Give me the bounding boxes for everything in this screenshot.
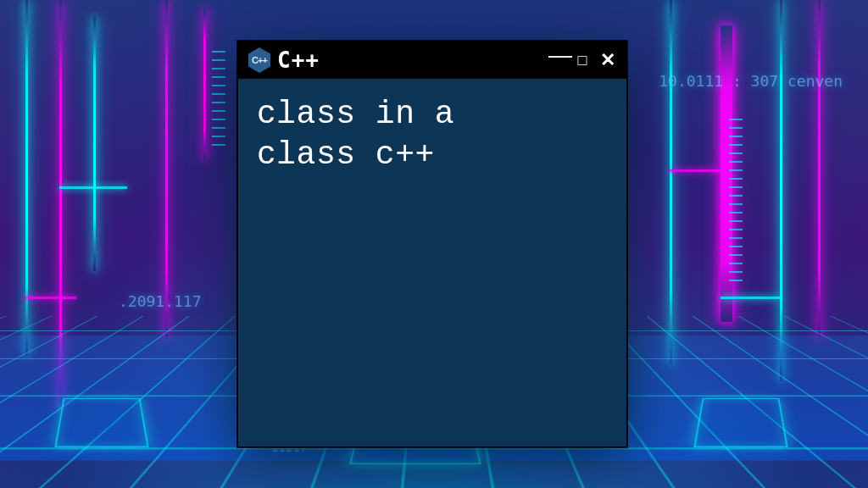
bg-text-fragment: 10.0111 : 307 cenven [659,72,843,90]
minimize-button[interactable]: — [548,43,565,67]
neon-line [93,17,96,271]
titlebar[interactable]: C++ C++ — □ ✕ [238,42,626,79]
neon-line [670,0,672,364]
terminal-window: C++ C++ — □ ✕ class in a class c++ [237,41,627,447]
neon-line [203,8,206,161]
neon-line [818,0,821,339]
floor-tile [693,398,787,447]
window-controls: — □ ✕ [548,48,616,72]
neon-line [25,0,28,356]
ruler-ticks [729,119,743,288]
terminal-body[interactable]: class in a class c++ [238,79,626,190]
neon-segment [670,169,721,172]
close-button[interactable]: ✕ [599,51,616,69]
ruler-ticks [212,51,225,152]
icon-label: C++ [252,55,267,65]
neon-segment [59,186,127,189]
maximize-button[interactable]: □ [574,53,591,68]
neon-segment [25,297,76,299]
bg-text-fragment: .2091.117 [119,292,202,310]
neon-segment [721,297,780,299]
neon-line [165,0,168,339]
cpp-icon: C++ [248,47,270,73]
window-title: C++ [277,47,542,73]
floor-tile [54,398,148,447]
